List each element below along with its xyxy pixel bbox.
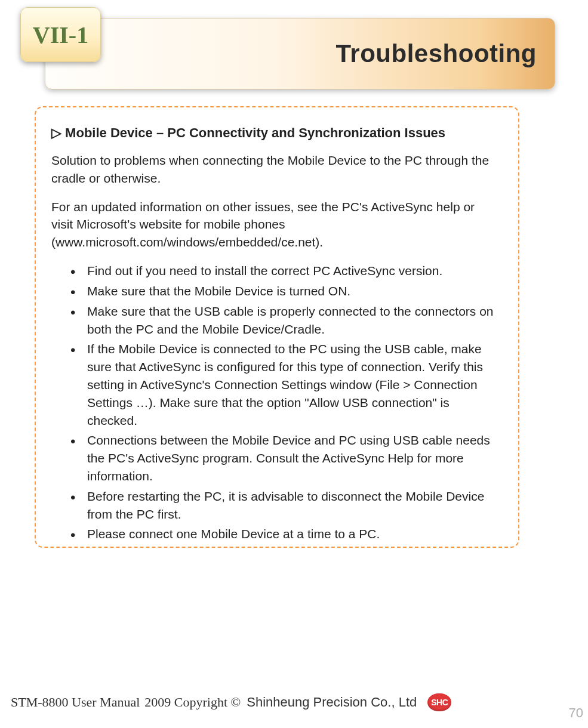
footer-manual: STM-8800 User Manual (11, 695, 140, 710)
list-item: Connections between the Mobile Device an… (70, 431, 498, 485)
section-heading: ▷ Mobile Device – PC Connectivity and Sy… (51, 125, 498, 141)
content-body: ▷ Mobile Device – PC Connectivity and Sy… (35, 107, 516, 562)
list-item: Find out if you need to install the corr… (70, 262, 498, 280)
list-item: Make sure that the Mobile Device is turn… (70, 282, 498, 300)
list-item: Make sure that the USB cable is properly… (70, 303, 498, 338)
page-title: Troubleshooting (336, 39, 537, 68)
section-tab: VII-1 (20, 7, 101, 62)
company-logo-icon: SHC (427, 693, 451, 711)
list-item: If the Mobile Device is connected to the… (70, 340, 498, 429)
page-number: 70 (569, 705, 583, 721)
bullet-list: Find out if you need to install the corr… (51, 262, 498, 543)
intro-paragraph-2: For an updated information on other issu… (51, 198, 498, 251)
footer-company: Shinheung Precision Co., Ltd (247, 695, 417, 710)
list-item: Please connect one Mobile Device at a ti… (70, 525, 498, 543)
list-item: Before restarting the PC, it is advisabl… (70, 488, 498, 523)
footer-copyright: 2009 Copyright © (144, 695, 241, 710)
header-bar: Troubleshooting (45, 18, 555, 90)
intro-paragraph-1: Solution to problems when connecting the… (51, 152, 498, 187)
tab-label: VII-1 (33, 21, 88, 49)
footer: STM-8800 User Manual 2009 Copyright © Sh… (11, 693, 582, 711)
